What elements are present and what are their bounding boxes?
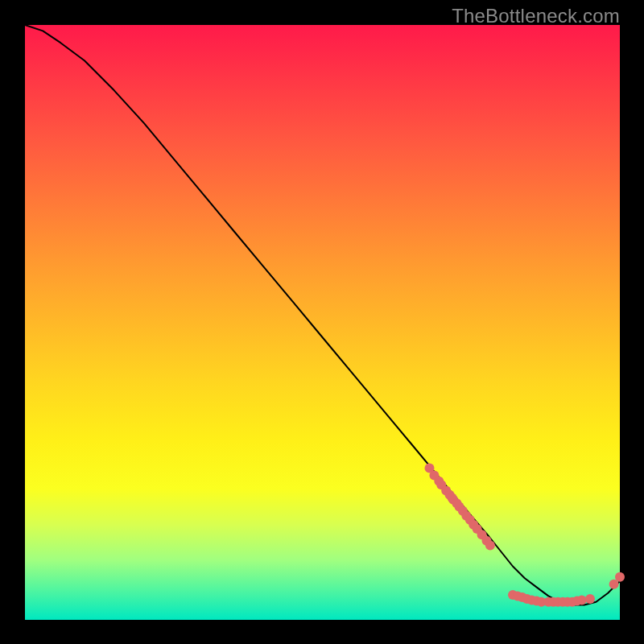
data-markers-group (425, 464, 625, 607)
data-marker (452, 498, 462, 508)
data-marker (485, 541, 495, 551)
data-marker (577, 596, 587, 605)
watermark-text: TheBottleneck.com (452, 5, 620, 27)
chart-container: TheBottleneck.com (0, 0, 644, 644)
data-marker (585, 594, 595, 604)
data-marker (615, 572, 625, 582)
chart-overlay (25, 25, 620, 620)
bottleneck-curve-line (25, 25, 620, 605)
